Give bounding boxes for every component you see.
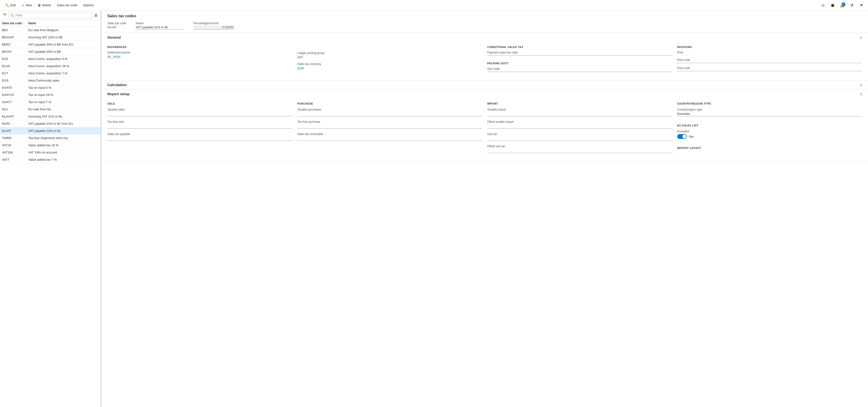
taxable-purchases-field: Taxable purchases [297, 108, 482, 116]
toolbar: ✏️ Edit ＋ New 🗑 Delete Sales tax code Op… [0, 0, 868, 10]
report-col-country: COUNTRY/REGION TYPE Country/region type … [677, 102, 862, 157]
calculation-section-title: Calculation [107, 83, 127, 87]
table-row[interactable]: BE0 EU sale from Belgium [0, 27, 100, 34]
edit-button[interactable]: ✏️ Edit [3, 2, 18, 8]
menu-icon-button[interactable]: ☰ [93, 12, 98, 18]
cell-name: Incoming VAT 20% in BE [28, 35, 98, 39]
table-row[interactable]: InVAT7 Tax on input 7 % [0, 98, 100, 106]
settlement-period-link[interactable]: NL_MON [107, 55, 120, 59]
report-setup-section-header[interactable]: Report setup ∧ [102, 89, 868, 98]
page-title: Sales tax codes [107, 14, 136, 18]
table-row[interactable]: EU7 Intra-Comm. acquisition 7 % [0, 70, 100, 77]
diamond-icon-button[interactable]: ◇ [819, 1, 827, 9]
table-row[interactable]: EU19 Intra-Comm. acquisition 19 % [0, 63, 100, 70]
new-label: New [26, 3, 32, 7]
delete-label: Delete [42, 3, 51, 7]
table-row[interactable]: VAT7 Value added tax 7 % [0, 156, 100, 163]
sales-tax-code-button[interactable]: Sales tax code [54, 2, 80, 8]
excluded-yes-label: Yes [689, 135, 694, 138]
cell-name: Tax-free Shipments third ctry [28, 136, 98, 140]
tax-free-sale-label: Tax-free sale [107, 120, 292, 123]
offset-taxable-import-field: Offset taxable import [487, 120, 672, 128]
table-row[interactable]: NLRC VAT payable 21% in NL from EU [0, 120, 100, 127]
main-layout: ☰ Sales tax code ↑ Name BE0 EU sale from… [0, 10, 868, 407]
payment-sales-tax-code-label: Payment sales tax code [487, 51, 672, 54]
record-field-code: Sales tax code NLVAT [107, 22, 126, 29]
record-code-value[interactable]: NLVAT [107, 25, 126, 29]
cell-name: Value added tax 19 % [28, 143, 98, 147]
table-row[interactable]: InVAT19 Tax on input 19 % [0, 91, 100, 98]
table-row[interactable]: BERC VAT payable 20% in BE from EU [0, 41, 100, 48]
cell-code: NLInVAT [2, 115, 28, 118]
table-row[interactable]: NLInVAT Incoming VAT 21% in NL [0, 113, 100, 120]
offset-taxable-import-label: Offset taxable import [487, 120, 672, 123]
calculation-chevron-icon: ∨ [860, 83, 862, 87]
report-setup-section-content: SALE Taxable sales Tax-free sale Sales t… [102, 98, 868, 162]
general-section-header[interactable]: General ∧ [102, 33, 868, 42]
table-row[interactable]: NL0 EU sale from NL [0, 106, 100, 113]
search-box [9, 12, 93, 18]
left-panel-toolbar: ☰ [0, 10, 100, 20]
excluded-toggle[interactable] [677, 134, 687, 139]
print-field: Print [677, 51, 862, 55]
excluded-field: Excluded Yes [677, 130, 862, 139]
calculation-section-header[interactable]: Calculation ∨ [102, 80, 868, 89]
table-row[interactable]: InVAT0 Tax on input 0 % [0, 84, 100, 91]
table-row[interactable]: NLVAT VAT payable 21% in NL [0, 127, 100, 135]
cell-code: BE0 [2, 28, 28, 32]
ledger-posting-group-label: Ledger posting group [297, 51, 482, 55]
taxable-sales-label: Taxable sales [107, 108, 292, 111]
table-row[interactable]: BEVAT VAT payable 20% in BE [0, 48, 100, 55]
record-percentage-input[interactable] [193, 25, 234, 30]
layout-icon-button[interactable]: ▣ [829, 1, 836, 9]
record-code-label: Sales tax code [107, 22, 126, 25]
report-setup-chevron-icon: ∧ [860, 92, 862, 96]
cell-code: VAT7 [2, 158, 28, 162]
cell-name: Value added tax 7 % [28, 158, 98, 162]
offset-use-tax-label: Offset use tax [487, 145, 672, 148]
cell-code: NL0 [2, 108, 28, 111]
references-label: REFERENCES [107, 46, 292, 49]
new-button[interactable]: ＋ New [19, 2, 34, 8]
table-row[interactable]: VAT19 Value added tax 19 % [0, 142, 100, 149]
table-row[interactable]: EUS Intra-Community sales [0, 77, 100, 84]
cell-name: Tax on input 7 % [28, 100, 98, 104]
cell-code: InVAT7 [2, 100, 28, 104]
ledger-posting-group-link[interactable]: VAT [297, 55, 303, 59]
report-layout-label: REPORT LAYOUT [677, 147, 862, 149]
report-layout-section: REPORT LAYOUT [677, 147, 862, 152]
country-region-type-value: Domestic [677, 112, 862, 116]
sales-tax-code-label: Sales tax code [57, 3, 77, 7]
use-tax-label: Use tax [487, 133, 672, 136]
cell-code: InVAT19 [2, 93, 28, 97]
sales-tax-currency-link[interactable]: EUR [297, 66, 304, 70]
search-icon [11, 14, 14, 17]
tax-free-purchase-field: Tax-free purchase [297, 120, 482, 128]
table-row[interactable]: EU0 Intra-Comm. acquisition 0 % [0, 55, 100, 63]
options-button[interactable]: Options [81, 2, 96, 8]
refresh-icon-button[interactable]: ↺ [848, 1, 856, 9]
print-label: Print [677, 51, 862, 54]
filter-icon-button[interactable] [2, 12, 8, 19]
report-setup-section: Report setup ∧ SALE Taxable sales Tax-fr… [102, 89, 868, 162]
col-code-header[interactable]: Sales tax code ↑ [2, 22, 28, 25]
country-region-type-col-label: COUNTRY/REGION TYPE [677, 102, 862, 105]
excluded-toggle-wrap: Yes [677, 134, 862, 139]
cell-code: BERC [2, 43, 28, 46]
general-grid: REFERENCES Settlement period NL_MON Ledg… [107, 46, 862, 75]
cell-name: Intra-Community sales [28, 79, 98, 82]
close-icon-button[interactable]: ✕ [858, 1, 865, 9]
purchase-col-label: PURCHASE [297, 102, 482, 105]
filter-input[interactable] [16, 13, 90, 17]
sale-col-label: SALE [107, 102, 292, 105]
cell-code: NLVAT [2, 129, 28, 133]
country-region-type-label: Country/region type [677, 108, 862, 111]
table-row[interactable]: VAT19A VAT 19% on account [0, 149, 100, 156]
cell-code: EU7 [2, 71, 28, 75]
table-row[interactable]: BEInVAT Incoming VAT 20% in BE [0, 34, 100, 41]
delete-button[interactable]: 🗑 Delete [35, 2, 54, 8]
calculation-section: Calculation ∨ [102, 80, 868, 89]
cell-name: Incoming VAT 21% in NL [28, 115, 98, 118]
country-region-type-field: Country/region type Domestic [677, 108, 862, 116]
table-row[interactable]: THIRD Tax-free Shipments third ctry [0, 135, 100, 142]
